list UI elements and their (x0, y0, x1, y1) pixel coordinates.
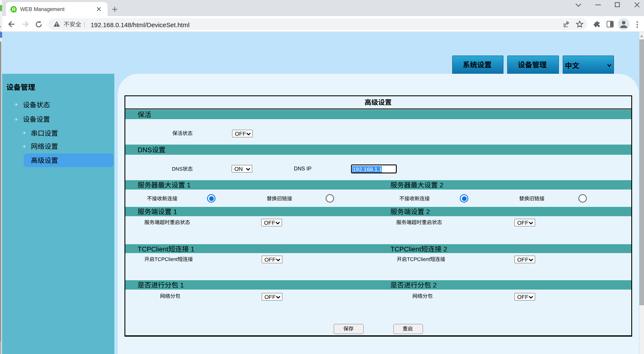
svg-text:R: R (12, 7, 16, 12)
